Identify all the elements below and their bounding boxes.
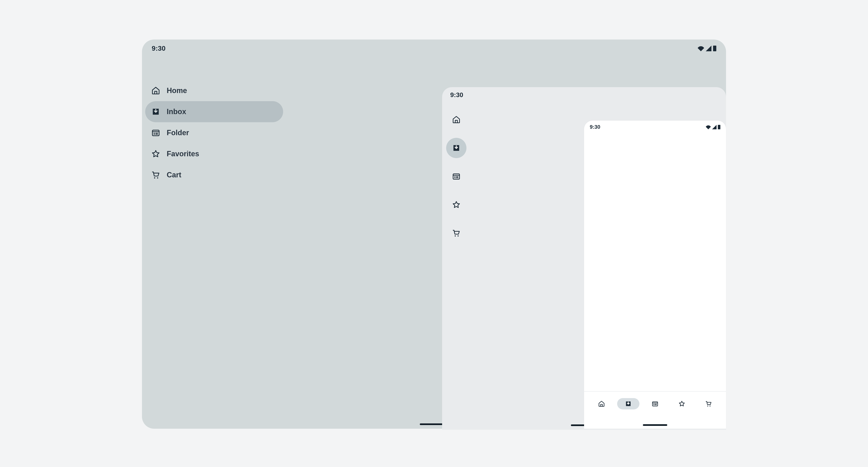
nav-item-favorites[interactable] <box>671 398 693 409</box>
wifi-signal-battery-icon <box>706 125 720 129</box>
status-bar: 9:30 <box>142 39 726 55</box>
nav-label: Favorites <box>167 149 199 158</box>
home-icon <box>598 400 605 407</box>
nav-item-cart[interactable] <box>446 223 466 243</box>
nav-drawer: Home Inbox Folder Favorites Cart <box>145 80 283 186</box>
status-icons <box>698 45 716 51</box>
cart-icon <box>705 400 712 407</box>
nav-label: Inbox <box>167 107 186 116</box>
nav-rail <box>446 109 470 251</box>
nav-item-home[interactable] <box>590 398 613 409</box>
nav-item-home[interactable]: Home <box>145 80 283 101</box>
folder-icon <box>452 172 461 180</box>
nav-item-cart[interactable] <box>698 398 720 409</box>
nav-item-folder[interactable]: Folder <box>145 122 283 143</box>
status-icons <box>706 125 720 129</box>
status-time: 9:30 <box>152 44 165 52</box>
nav-label: Cart <box>167 171 181 179</box>
frame-small-phone: 9:30 <box>584 121 726 429</box>
star-icon <box>151 149 160 158</box>
home-icon <box>452 115 461 124</box>
nav-label: Folder <box>167 129 189 137</box>
nav-item-favorites[interactable]: Favorites <box>145 143 283 164</box>
nav-item-favorites[interactable] <box>446 195 466 215</box>
stage: 9:30 Home Inbox Folder Favorites <box>0 0 868 467</box>
nav-item-folder[interactable] <box>644 398 666 409</box>
nav-item-folder[interactable] <box>446 166 466 187</box>
bottom-nav-bar <box>584 391 726 429</box>
star-icon <box>678 400 685 407</box>
nav-item-home[interactable] <box>446 109 466 130</box>
star-icon <box>452 200 461 209</box>
cart-icon <box>151 170 160 179</box>
folder-icon <box>652 400 658 407</box>
gesture-bar[interactable] <box>643 424 667 426</box>
inbox-icon <box>452 144 461 152</box>
inbox-icon <box>151 107 160 116</box>
inbox-icon <box>625 400 632 407</box>
cart-icon <box>452 229 461 237</box>
nav-item-inbox[interactable] <box>617 398 640 409</box>
status-bar: 9:30 <box>442 87 726 101</box>
status-bar: 9:30 <box>584 121 726 132</box>
nav-item-cart[interactable]: Cart <box>145 164 283 186</box>
nav-item-inbox[interactable] <box>446 138 466 158</box>
nav-label: Home <box>167 86 187 95</box>
status-time: 9:30 <box>450 91 463 99</box>
home-icon <box>151 86 160 95</box>
wifi-signal-battery-icon <box>698 45 716 51</box>
folder-icon <box>151 128 160 137</box>
nav-item-inbox[interactable]: Inbox <box>145 101 283 122</box>
status-time: 9:30 <box>590 124 600 130</box>
